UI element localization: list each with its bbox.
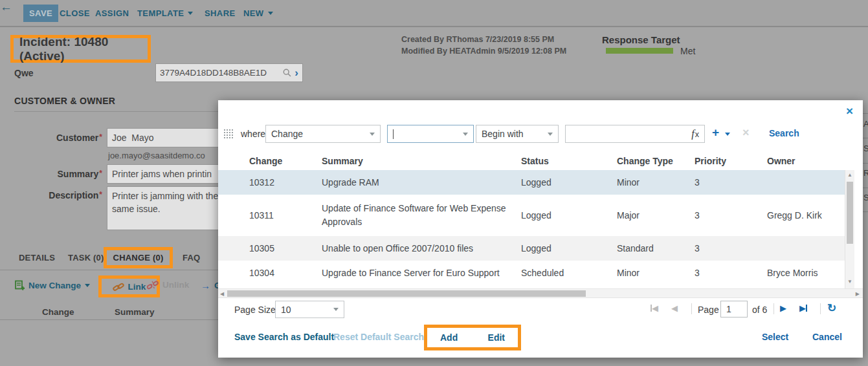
first-page-button[interactable]: ◀	[651, 303, 658, 313]
customer-email-link[interactable]: joe.mayo@saasitdemo.co	[108, 151, 205, 160]
page-title: Incident: 10480 (Active)	[19, 35, 148, 63]
scroll-up-icon[interactable]: ▲	[845, 172, 854, 178]
chevron-down-icon	[463, 133, 468, 136]
chevron-down-icon	[548, 133, 553, 136]
scroll-down-icon[interactable]: ▼	[845, 279, 854, 285]
reset-default-search-link[interactable]: Reset Default Search	[333, 332, 424, 342]
next-page-button[interactable]: ▶	[780, 303, 786, 313]
add-filter-icon[interactable]: +	[712, 126, 719, 138]
page-size-dropdown[interactable]: 10	[275, 301, 344, 318]
qwe-lookup-field[interactable]: 3779A4D18DD148B8AE1D ›	[155, 63, 303, 82]
scroll-right-icon[interactable]: ▶	[856, 291, 860, 297]
new-menu-button[interactable]: NEW	[243, 8, 273, 18]
new-label: NEW	[243, 8, 264, 18]
previous-page-button[interactable]: ◀	[671, 303, 678, 313]
table-row[interactable]: 10305Unable to open Office 2007/2010 fil…	[218, 236, 845, 261]
divider	[863, 211, 868, 212]
vertical-scrollbar[interactable]: ▲ ▼	[845, 170, 854, 288]
divider	[0, 270, 218, 270]
cell-change_type: Minor	[617, 266, 695, 280]
filter-expression-input[interactable]: fx	[565, 125, 705, 143]
col-header-summary[interactable]: Summary	[322, 156, 521, 166]
tab-details[interactable]: DETAILS	[19, 253, 55, 263]
divider	[0, 319, 218, 320]
tab-task[interactable]: TASK (0)	[68, 253, 104, 263]
add-button[interactable]: Add	[440, 332, 458, 343]
filter-value-dropdown[interactable]	[387, 125, 474, 143]
col-header-owner[interactable]: Owner	[767, 156, 845, 166]
scrollbar-thumb[interactable]	[227, 290, 586, 297]
unlink-button[interactable]: Unlink	[147, 280, 189, 290]
table-row[interactable]: 10312Upgrade RAMLoggedMinor3	[218, 170, 845, 195]
col-header-change[interactable]: Change	[218, 156, 322, 166]
edit-button[interactable]: Edit	[488, 332, 505, 343]
filter-operator-dropdown[interactable]: Begin with	[476, 125, 559, 143]
customer-label-text: Customer	[56, 133, 98, 143]
where-label: where	[241, 129, 265, 139]
cell-summary: Unable to open Office 2007/2010 files	[322, 242, 521, 255]
share-button[interactable]: SHARE	[205, 8, 236, 18]
save-button[interactable]: SAVE	[23, 5, 58, 22]
save-search-default-link[interactable]: Save Search as Default	[234, 332, 334, 342]
divider	[820, 303, 821, 314]
description-field[interactable]: Printer is jamming with the same issue.	[107, 186, 233, 230]
qwe-value: 3779A4D18DD148B8AE1D	[160, 68, 283, 78]
tab-faq[interactable]: FAQ	[183, 253, 200, 263]
table-row[interactable]: 10311Update of Finance Software for Web …	[218, 195, 845, 236]
grid-header-change: Change	[42, 307, 74, 317]
scroll-left-icon[interactable]: ◀	[220, 291, 224, 297]
assign-button[interactable]: ASSIGN	[95, 8, 129, 18]
table-header-row: Change Summary Status Change Type Priori…	[218, 152, 845, 170]
drag-handle-icon[interactable]	[223, 129, 234, 140]
fx-icon[interactable]: fx	[691, 128, 699, 140]
link-icon	[113, 282, 124, 292]
last-page-button[interactable]: ▶	[799, 303, 807, 313]
required-marker: *	[99, 133, 102, 142]
search-button[interactable]: Search	[769, 128, 799, 138]
cancel-button[interactable]: Cancel	[812, 332, 842, 342]
highlight-box-change-tab: CHANGE (0)	[104, 247, 173, 268]
page-number-input[interactable]	[720, 301, 748, 318]
filter-field-dropdown[interactable]: Change	[265, 125, 381, 143]
cell-summary: Upgrade RAM	[322, 176, 521, 189]
change-results-table: Change Summary Status Change Type Priori…	[218, 152, 845, 288]
filter-operator-value: Begin with	[482, 129, 524, 139]
customer-field[interactable]: Joe Mayo	[107, 128, 233, 147]
table-row[interactable]: 10304Upgrade to Finance Server for Euro …	[218, 261, 845, 285]
response-target-label: Response Target	[602, 34, 680, 45]
divider	[863, 113, 868, 114]
horizontal-scrollbar[interactable]: ◀ ▶	[218, 288, 863, 298]
cutoff-label: A	[863, 119, 868, 129]
summary-field[interactable]: Printer jams when printin	[107, 164, 233, 184]
close-button[interactable]: CLOSE	[60, 8, 90, 18]
back-icon[interactable]: ←	[0, 0, 12, 14]
link-button[interactable]: Link	[113, 282, 146, 292]
customer-label: Customer*	[6, 133, 102, 143]
col-header-priority[interactable]: Priority	[695, 156, 767, 166]
link-label: Link	[128, 282, 146, 292]
search-icon[interactable]	[283, 69, 291, 77]
chevron-right-icon[interactable]: ›	[295, 67, 298, 78]
highlight-box-title: Incident: 10480 (Active)	[10, 35, 151, 63]
close-icon[interactable]: ×	[846, 105, 853, 117]
select-button[interactable]: Select	[762, 332, 788, 342]
summary-label-text: Summary	[58, 169, 99, 179]
filter-field-value: Change	[271, 129, 303, 139]
col-header-change-type[interactable]: Change Type	[617, 156, 695, 166]
col-header-status[interactable]: Status	[521, 156, 617, 166]
cell-change_type: Minor	[617, 176, 695, 189]
divider	[691, 303, 692, 314]
chevron-down-icon	[268, 12, 273, 15]
new-document-icon	[15, 280, 25, 290]
chevron-down-icon[interactable]	[725, 133, 730, 136]
refresh-icon[interactable]: ↻	[827, 301, 836, 315]
summary-label: Summary*	[6, 169, 102, 179]
tab-change[interactable]: CHANGE (0)	[113, 253, 164, 263]
clear-filter-icon[interactable]: ×	[742, 127, 750, 138]
new-change-button[interactable]: New Change	[15, 280, 90, 290]
template-menu-button[interactable]: TEMPLATE	[137, 8, 193, 18]
chevron-down-icon	[333, 308, 339, 311]
divider	[863, 188, 868, 188]
cutoff-label: S	[863, 193, 868, 202]
scrollbar-thumb[interactable]	[847, 182, 853, 244]
